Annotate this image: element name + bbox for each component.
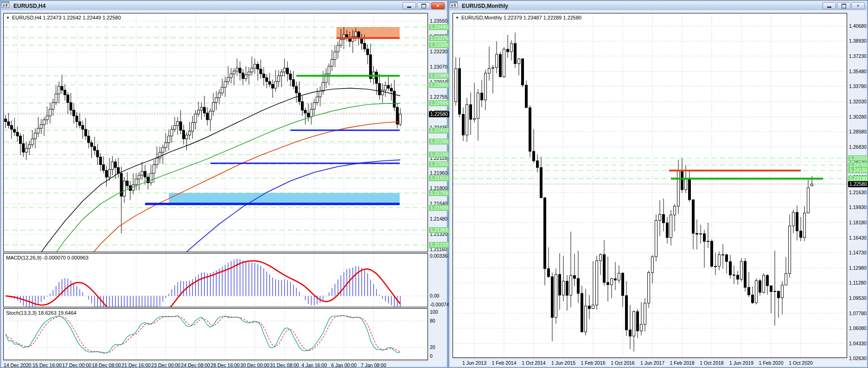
close-button[interactable]: × bbox=[851, 2, 865, 9]
chart-info-text: EURUSD,H4 1.22473 1.22642 1.22449 1.2258… bbox=[12, 15, 121, 20]
chart-menu-dropdown-icon[interactable]: ▼ bbox=[455, 16, 459, 20]
level-price-label: 1.22155 bbox=[429, 152, 449, 158]
price-label: 1.19930 bbox=[849, 204, 867, 210]
level-price-label: 1.22410 bbox=[429, 127, 449, 133]
level-price-label: 1.21210 bbox=[429, 242, 449, 248]
indicator-axis-label: 0 bbox=[430, 353, 433, 359]
chart-info-text: EURUSD,Monthly 1.22379 1.23487 1.22289 1… bbox=[461, 15, 581, 20]
minimize-button[interactable] bbox=[823, 2, 836, 9]
level-price-label: 1.22695 bbox=[429, 100, 449, 106]
price-axis[interactable]: 1.406801.389301.372301.354801.337801.320… bbox=[848, 10, 868, 368]
chart-info-line[interactable]: ▼ EURUSD,Monthly 1.22379 1.23487 1.22289… bbox=[455, 15, 581, 20]
price-label: 1.09530 bbox=[849, 295, 867, 301]
level-price-label: 1.22055 bbox=[429, 161, 449, 167]
level-price-label: 1.23375 bbox=[429, 35, 449, 41]
restore-button[interactable] bbox=[837, 2, 850, 9]
window-title: EURUSD,Monthly bbox=[462, 3, 823, 9]
price-label: 1.30280 bbox=[849, 114, 867, 120]
price-label: 1.16430 bbox=[849, 235, 867, 241]
price-label: 1.02630 bbox=[849, 355, 867, 362]
price-label: 1.33780 bbox=[849, 83, 867, 89]
price-chart-pane[interactable]: ▼ EURUSD,Monthly 1.22379 1.23487 1.22289… bbox=[453, 13, 847, 358]
stochastic-indicator-pane[interactable]: Stoch(13,3,3) 18.6263 19.6464 bbox=[3, 308, 428, 360]
time-axis[interactable]: 1 Jun 20131 Feb 20141 Oct 20141 Jun 2015… bbox=[453, 358, 847, 367]
restore-icon bbox=[842, 4, 846, 8]
chart-menu-dropdown-icon[interactable]: ▼ bbox=[6, 16, 10, 20]
window-titlebar[interactable]: EURUSD,H4 × bbox=[1, 1, 447, 10]
minimize-icon bbox=[407, 6, 411, 8]
price-label: 1.32030 bbox=[849, 99, 867, 105]
price-label: 1.18180 bbox=[849, 220, 867, 226]
restore-icon bbox=[421, 4, 426, 8]
level-price-label: 1.23300 bbox=[429, 42, 449, 48]
price-label: 1.28580 bbox=[849, 129, 867, 135]
price-label: 1.37230 bbox=[849, 53, 867, 59]
window-titlebar[interactable]: EURUSD,Monthly × bbox=[450, 1, 867, 10]
indicator-axis-label: 20 bbox=[430, 344, 435, 350]
current-price-label: 1.22580 bbox=[848, 181, 868, 187]
price-label: 1.22755 bbox=[430, 94, 447, 100]
minimize-icon bbox=[827, 6, 831, 8]
price-label: 1.23550 bbox=[430, 18, 447, 24]
close-button[interactable]: × bbox=[431, 2, 445, 9]
price-label: 1.40680 bbox=[849, 23, 867, 29]
time-label: 1 Oct 2020 bbox=[783, 360, 818, 366]
time-axis[interactable]: 14 Dec 202015 Dec 16:0017 Dec 00:0018 De… bbox=[3, 361, 428, 368]
price-label: 1.21480 bbox=[430, 216, 447, 222]
level-price-label: 1.23490 bbox=[429, 24, 449, 30]
level-price-label: 1.22290 bbox=[429, 139, 449, 145]
window-title: EURUSD,H4 bbox=[13, 3, 402, 9]
macd-indicator-title: MACD(12,26,9) -0.000070 0.000963 bbox=[6, 255, 89, 260]
level-price-label: 1.22885 bbox=[429, 82, 449, 88]
price-axis[interactable]: 1.235501.233901.232301.230701.229101.227… bbox=[428, 10, 447, 368]
level-price-label: 1.22980 bbox=[429, 73, 449, 79]
restore-button[interactable] bbox=[417, 2, 430, 9]
price-chart-pane[interactable]: ▼ EURUSD,H4 1.22473 1.22642 1.22449 1.22… bbox=[3, 13, 428, 252]
indicator-axis-label: 0.003363 bbox=[430, 253, 450, 259]
price-label: 1.14730 bbox=[849, 250, 867, 256]
price-label: 1.23230 bbox=[430, 49, 447, 55]
price-label: 1.04330 bbox=[849, 341, 867, 347]
price-label: 1.06080 bbox=[849, 325, 867, 331]
price-label: 1.35480 bbox=[849, 69, 867, 75]
chart-client-area: ▼ EURUSD,Monthly 1.22379 1.23487 1.22289… bbox=[450, 10, 867, 367]
price-label: 1.38930 bbox=[849, 38, 867, 44]
chart-window-icon bbox=[3, 3, 11, 9]
chart-info-line[interactable]: ▼ EURUSD,H4 1.22473 1.22642 1.22449 1.22… bbox=[6, 15, 121, 20]
price-label: 1.07780 bbox=[849, 311, 867, 317]
chart-client-area: ▼ EURUSD,H4 1.22473 1.22642 1.22449 1.22… bbox=[1, 10, 447, 367]
level-price-label: 1.25550 bbox=[848, 155, 868, 161]
price-label: 1.11280 bbox=[849, 280, 866, 286]
close-icon: × bbox=[437, 4, 440, 8]
minimize-button[interactable] bbox=[402, 2, 416, 9]
close-icon: × bbox=[857, 4, 860, 8]
level-price-label: 1.21365 bbox=[429, 227, 449, 233]
price-label: 1.23070 bbox=[430, 64, 447, 70]
indicator-axis-label: 0.00 bbox=[430, 293, 439, 299]
chart-window-eurusd-h4: EURUSD,H4 × ▼ EURUSD,H4 1.22473 1.22642 … bbox=[0, 0, 448, 368]
price-label: 1.26830 bbox=[849, 144, 867, 150]
macd-indicator-pane[interactable]: MACD(12,26,9) -0.000070 0.000963 bbox=[3, 253, 428, 307]
indicator-axis-label: 80 bbox=[430, 318, 435, 324]
indicator-axis-label: 100 bbox=[430, 309, 438, 315]
price-label: 1.21630 bbox=[849, 190, 867, 196]
chart-window-eurusd-monthly: EURUSD,Monthly × ▼ EURUSD,Monthly 1.2237… bbox=[448, 0, 868, 368]
price-label: 1.12980 bbox=[849, 265, 867, 271]
chart-window-icon bbox=[452, 3, 460, 9]
time-label: 7 Jan 08:00 bbox=[356, 362, 391, 368]
current-price-label: 1.22580 bbox=[429, 111, 449, 117]
stochastic-indicator-title: Stoch(13,3,3) 18.6263 19.6464 bbox=[6, 310, 77, 316]
level-price-label: 1.21600 bbox=[429, 205, 449, 211]
level-price-label: 1.21910 bbox=[429, 175, 449, 181]
level-price-label: 1.21755 bbox=[429, 190, 449, 196]
level-price-label: 1.24130 bbox=[848, 167, 868, 173]
